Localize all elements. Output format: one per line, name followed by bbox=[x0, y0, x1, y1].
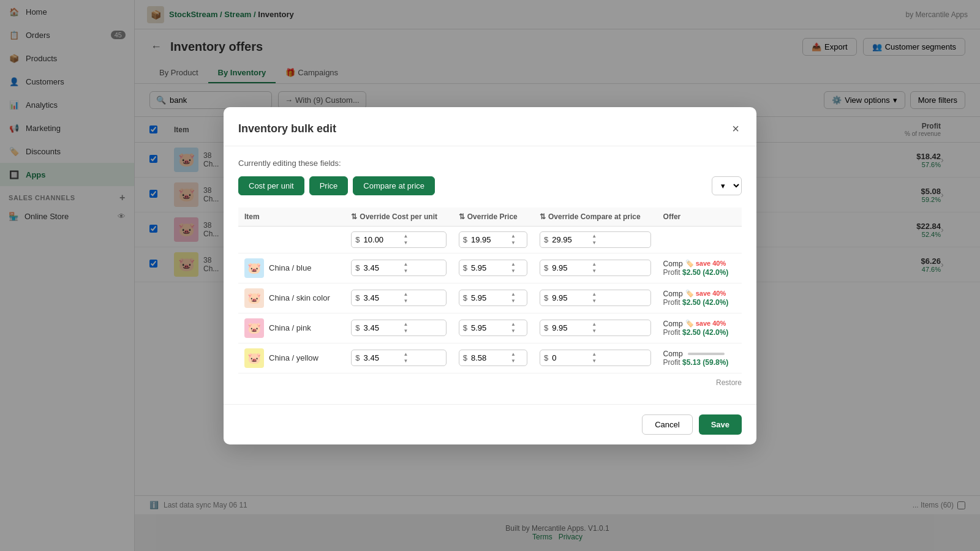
item-name: China / blue bbox=[269, 263, 311, 272]
item-cost-input[interactable] bbox=[363, 320, 399, 335]
item-thumbnail: 🐷 bbox=[244, 348, 264, 368]
default-price-input[interactable] bbox=[470, 232, 507, 247]
item-cost-down[interactable]: ▼ bbox=[403, 328, 409, 334]
compare-spinner-up[interactable]: ▲ bbox=[591, 233, 597, 239]
bulk-edit-table: Item ⇅ Override Cost per unit ⇅ Overrid bbox=[238, 208, 742, 373]
restore-link[interactable]: Restore bbox=[238, 373, 742, 392]
item-compare-up[interactable]: ▲ bbox=[591, 261, 597, 268]
default-cost-input[interactable] bbox=[363, 232, 399, 247]
modal-header: Inventory bulk edit × bbox=[224, 107, 756, 146]
item-compare-down[interactable]: ▼ bbox=[591, 298, 597, 304]
item-compare-up[interactable]: ▲ bbox=[591, 291, 597, 298]
cost-spinner-down[interactable]: ▼ bbox=[403, 240, 409, 246]
item-cost-down[interactable]: ▼ bbox=[403, 358, 409, 364]
item-cost-down[interactable]: ▼ bbox=[403, 268, 409, 274]
item-price-up[interactable]: ▲ bbox=[510, 261, 516, 268]
item-thumbnail: 🐷 bbox=[244, 288, 264, 308]
default-compare-input[interactable] bbox=[551, 232, 587, 247]
item-price-up[interactable]: ▲ bbox=[510, 321, 516, 328]
col-offer: Offer bbox=[657, 208, 742, 227]
item-price-down[interactable]: ▼ bbox=[510, 298, 516, 304]
default-price-cell: $ ▲ ▼ bbox=[453, 226, 533, 253]
item-compare-input[interactable] bbox=[551, 320, 587, 335]
item-compare-down[interactable]: ▼ bbox=[591, 268, 597, 274]
item-compare-down[interactable]: ▼ bbox=[591, 358, 597, 364]
item-name: China / skin color bbox=[269, 293, 330, 302]
compare-at-price-button[interactable]: Compare at price bbox=[353, 176, 435, 195]
item-cost-up[interactable]: ▲ bbox=[403, 321, 409, 328]
cost-spinner-up[interactable]: ▲ bbox=[403, 233, 409, 239]
item-price-input[interactable] bbox=[470, 260, 507, 276]
modal-overlay[interactable]: Inventory bulk edit × Currently editing … bbox=[0, 0, 980, 551]
item-price-input[interactable] bbox=[470, 350, 507, 365]
cancel-button[interactable]: Cancel bbox=[642, 414, 692, 435]
item-name: China / pink bbox=[269, 323, 311, 332]
item-price-down[interactable]: ▼ bbox=[510, 268, 516, 274]
item-price-down[interactable]: ▼ bbox=[510, 328, 516, 334]
item-price-up[interactable]: ▲ bbox=[510, 291, 516, 298]
item-compare-up[interactable]: ▲ bbox=[591, 321, 597, 328]
sort-icon: ⇅ bbox=[540, 212, 546, 221]
item-cost-up[interactable]: ▲ bbox=[403, 261, 409, 268]
item-cost-up[interactable]: ▲ bbox=[403, 291, 409, 298]
item-compare-down[interactable]: ▼ bbox=[591, 328, 597, 334]
default-cost-cell: $ ▲ ▼ bbox=[345, 226, 452, 253]
more-fields-dropdown[interactable]: ▾ bbox=[712, 176, 742, 195]
item-price-up[interactable]: ▲ bbox=[510, 351, 516, 358]
item-thumbnail: 🐷 bbox=[244, 318, 264, 338]
col-override-cost: ⇅ Override Cost per unit bbox=[345, 208, 452, 227]
save-button[interactable]: Save bbox=[699, 414, 742, 435]
sort-icon: ⇅ bbox=[459, 212, 465, 221]
item-compare-input[interactable] bbox=[551, 350, 587, 365]
compare-spinner-down[interactable]: ▼ bbox=[591, 240, 597, 246]
col-item: Item bbox=[238, 208, 345, 227]
bulk-table-header: Item ⇅ Override Cost per unit ⇅ Overrid bbox=[238, 208, 742, 227]
bulk-edit-modal: Inventory bulk edit × Currently editing … bbox=[224, 107, 756, 444]
price-spinner-up[interactable]: ▲ bbox=[510, 233, 516, 239]
item-name: China / yellow bbox=[269, 353, 318, 362]
modal-footer: Cancel Save bbox=[224, 404, 756, 444]
modal-body: Currently editing these fields: Cost per… bbox=[224, 146, 756, 404]
item-cost-input[interactable] bbox=[363, 290, 399, 305]
price-button[interactable]: Price bbox=[309, 176, 349, 195]
item-price-input[interactable] bbox=[470, 290, 507, 305]
price-spinner-down[interactable]: ▼ bbox=[510, 240, 516, 246]
item-cost-down[interactable]: ▼ bbox=[403, 298, 409, 304]
bulk-table-body: 🐷 China / blue $ ▲ ▼ $ bbox=[238, 253, 742, 373]
item-cost-input[interactable] bbox=[363, 260, 399, 276]
modal-close-button[interactable]: × bbox=[729, 119, 742, 138]
item-cost-input[interactable] bbox=[363, 350, 399, 365]
bulk-item-row: 🐷 China / blue $ ▲ ▼ $ bbox=[238, 253, 742, 283]
bulk-defaults-row: $ ▲ ▼ $ bbox=[238, 226, 742, 253]
item-compare-input[interactable] bbox=[551, 260, 587, 276]
modal-subtitle: Currently editing these fields: bbox=[238, 159, 742, 168]
field-buttons: Cost per unit Price Compare at price ▾ bbox=[238, 176, 742, 195]
bulk-item-row: 🐷 China / pink $ ▲ ▼ $ bbox=[238, 313, 742, 343]
sort-icon: ⇅ bbox=[351, 212, 357, 221]
item-price-input[interactable] bbox=[470, 320, 507, 335]
cost-per-unit-button[interactable]: Cost per unit bbox=[238, 176, 304, 195]
modal-title: Inventory bulk edit bbox=[238, 122, 336, 135]
item-compare-input[interactable] bbox=[551, 290, 587, 305]
col-override-price: ⇅ Override Price bbox=[453, 208, 533, 227]
item-compare-up[interactable]: ▲ bbox=[591, 351, 597, 358]
default-compare-cell: $ ▲ ▼ bbox=[533, 226, 657, 253]
item-cost-up[interactable]: ▲ bbox=[403, 351, 409, 358]
item-price-down[interactable]: ▼ bbox=[510, 358, 516, 364]
bulk-item-row: 🐷 China / yellow $ ▲ ▼ $ bbox=[238, 343, 742, 373]
col-override-compare: ⇅ Override Compare at price bbox=[533, 208, 657, 227]
bulk-item-row: 🐷 China / skin color $ ▲ ▼ $ bbox=[238, 283, 742, 313]
item-thumbnail: 🐷 bbox=[244, 258, 264, 278]
